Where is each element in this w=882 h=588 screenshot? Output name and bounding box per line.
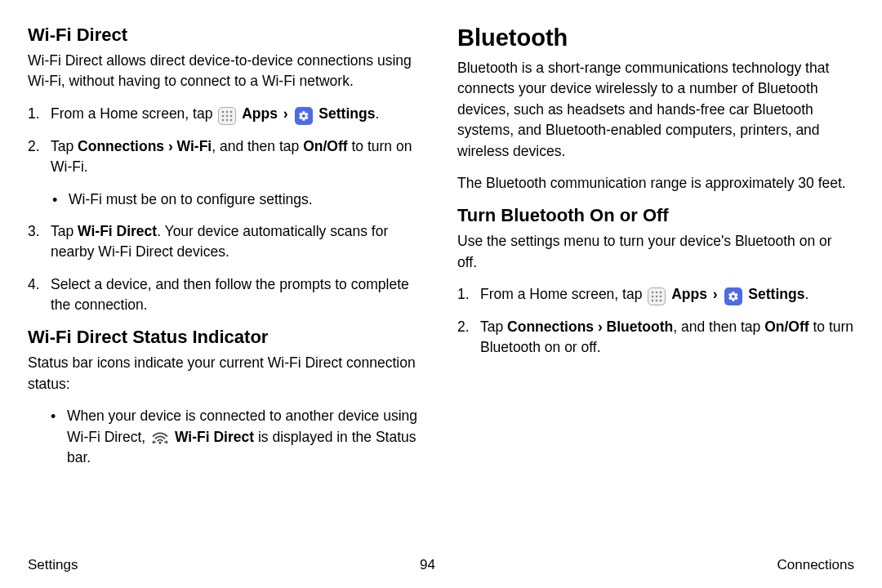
- footer-page-number: 94: [420, 557, 435, 573]
- status-bullets: When your device is connected to another…: [28, 406, 425, 476]
- step-2-sub: Wi-Fi must be on to configure settings.: [51, 189, 425, 210]
- svg-point-11: [656, 292, 658, 294]
- heading-status-indicator: Wi-Fi Direct Status Indicator: [28, 327, 425, 348]
- svg-point-2: [230, 110, 233, 113]
- content-columns: Wi-Fi Direct Wi-Fi Direct allows direct …: [28, 24, 854, 547]
- apps-icon: [648, 287, 666, 305]
- settings-label: Settings: [748, 286, 804, 302]
- footer-right: Connections: [777, 557, 854, 573]
- heading-bluetooth: Bluetooth: [457, 24, 854, 51]
- svg-point-8: [230, 118, 233, 121]
- apps-label: Apps: [242, 105, 278, 122]
- svg-point-15: [660, 296, 662, 298]
- wifi-direct-steps: From a Home screen, tap Apps › Settings.…: [28, 104, 425, 327]
- svg-point-13: [652, 296, 654, 298]
- svg-point-10: [652, 292, 654, 294]
- step-2-sublist: Wi-Fi must be on to configure settings.: [51, 189, 425, 210]
- svg-point-18: [660, 300, 662, 302]
- turn-description: Use the settings menu to turn your devic…: [457, 231, 854, 273]
- svg-point-14: [656, 296, 658, 298]
- step-3: Tap Wi-Fi Direct. Your device automatica…: [28, 221, 425, 263]
- svg-point-3: [222, 114, 225, 117]
- page-footer: Settings 94 Connections: [28, 557, 854, 573]
- svg-point-12: [660, 292, 662, 294]
- svg-point-1: [226, 110, 229, 113]
- svg-point-0: [222, 110, 225, 113]
- heading-turn-bluetooth: Turn Bluetooth On or Off: [457, 205, 854, 226]
- settings-label: Settings: [318, 105, 375, 122]
- svg-point-17: [656, 300, 658, 302]
- status-bullet-1: When your device is connected to another…: [51, 406, 425, 468]
- svg-point-7: [226, 118, 229, 121]
- svg-point-5: [230, 114, 233, 117]
- settings-icon: [724, 287, 742, 305]
- step-1: From a Home screen, tap Apps › Settings.: [28, 104, 425, 125]
- status-description: Status bar icons indicate your current W…: [28, 353, 425, 394]
- left-column: Wi-Fi Direct Wi-Fi Direct allows direct …: [28, 24, 425, 547]
- right-column: Bluetooth Bluetooth is a short-range com…: [457, 24, 854, 547]
- svg-point-16: [652, 300, 654, 302]
- wifi-direct-description: Wi-Fi Direct allows direct device-to-dev…: [28, 51, 425, 92]
- step-2: Tap Connections › Wi-Fi, and then tap On…: [28, 136, 425, 210]
- svg-point-6: [222, 118, 225, 121]
- heading-wifi-direct: Wi-Fi Direct: [28, 24, 425, 46]
- bluetooth-steps: From a Home screen, tap Apps › Settings.…: [457, 284, 854, 370]
- settings-icon: [295, 107, 313, 125]
- bluetooth-range: The Bluetooth communication range is app…: [457, 173, 854, 194]
- apps-label: Apps: [671, 286, 707, 302]
- bt-step-1: From a Home screen, tap Apps › Settings.: [457, 284, 854, 305]
- footer-left: Settings: [28, 557, 78, 573]
- step-4: Select a device, and then follow the pro…: [28, 274, 425, 316]
- bt-step-2: Tap Connections › Bluetooth, and then ta…: [457, 317, 854, 359]
- wifi-direct-icon: [151, 429, 169, 445]
- apps-icon: [218, 107, 236, 125]
- svg-point-9: [159, 441, 162, 443]
- svg-point-4: [226, 114, 229, 117]
- bluetooth-description: Bluetooth is a short-range communication…: [457, 58, 854, 162]
